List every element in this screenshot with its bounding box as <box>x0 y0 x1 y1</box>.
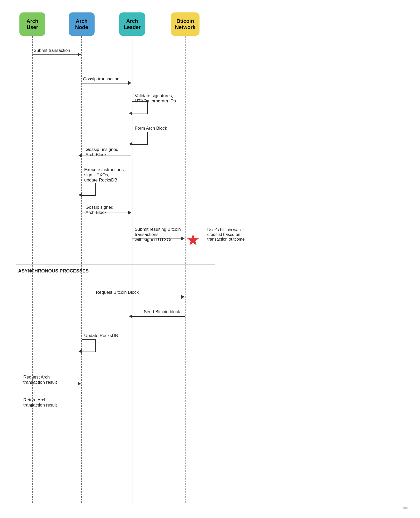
label-gossip-unsigned: Gossip unsigned Arch Block <box>86 147 118 157</box>
lifeline-bitcoin <box>185 36 186 503</box>
self-loop-execute <box>82 183 96 196</box>
bitcoin-star: ★ <box>186 231 200 249</box>
actor-bitcoin: BticoinNetwork <box>171 12 200 36</box>
arrow-head-send-bitcoin <box>129 314 132 318</box>
label-gossip-signed: Gossip signed Arch Block <box>86 205 113 215</box>
label-validate: Validate signatures, UTXOs, program IDs <box>135 93 176 104</box>
actor-leader: ArchLeader <box>119 12 145 36</box>
separator-line <box>16 264 215 265</box>
arrow-head-form-block-self <box>129 142 132 146</box>
actor-node: ArchNode <box>69 12 95 36</box>
arrow-head-update-rocks-self <box>79 349 82 353</box>
self-loop-form-block <box>132 132 148 145</box>
label-update-rocks: Update RocksDB <box>84 333 118 338</box>
arrow-head-validate-self <box>129 111 132 115</box>
arrow-head-submit-bitcoin <box>181 237 184 240</box>
arrow-send-bitcoin <box>132 316 185 317</box>
label-request-bitcoin: Request Bitcoin Block <box>96 290 139 295</box>
arrow-head-submit <box>78 53 81 56</box>
label-wallet-credit: User's bitcoin wallet credited based on … <box>207 228 246 242</box>
self-loop-update-rocks <box>82 339 96 352</box>
label-request-arch: Request Arch transaction result <box>23 375 57 385</box>
label-gossip-transaction: Gossip transaction <box>83 76 119 82</box>
arrow-submit-transaction <box>32 54 81 55</box>
arrow-head-execute-self <box>79 193 82 197</box>
arrow-head-gossip-signed <box>128 211 131 214</box>
label-execute: Execute instructions, sign UTXOs, update… <box>84 167 125 183</box>
label-send-bitcoin: Send Bitcoin block <box>144 309 180 314</box>
arrow-request-bitcoin <box>82 297 184 297</box>
label-form-arch-block: Form Arch Block <box>135 126 167 131</box>
miro-watermark: miro <box>402 506 410 510</box>
label-submit-bitcoin: Submit resulting Bitcoin transactions wi… <box>135 227 181 242</box>
actor-user: Arch User <box>19 12 45 36</box>
arrow-head-gossip-unsigned <box>79 154 82 157</box>
arrow-gossip-transaction <box>82 83 131 83</box>
label-submit-transaction: Submit transaction <box>34 48 70 53</box>
arrow-head-request-arch <box>78 382 81 386</box>
arrow-head-request-bitcoin <box>181 295 184 299</box>
arrow-head-gossip <box>128 81 131 85</box>
diagram-container: Arch User ArchNode ArchLeader BticoinNet… <box>0 0 420 518</box>
async-label: ASYNCHRONOUS PROCESSES <box>18 268 89 274</box>
label-return-arch: Return Arch transaction result <box>23 397 57 408</box>
